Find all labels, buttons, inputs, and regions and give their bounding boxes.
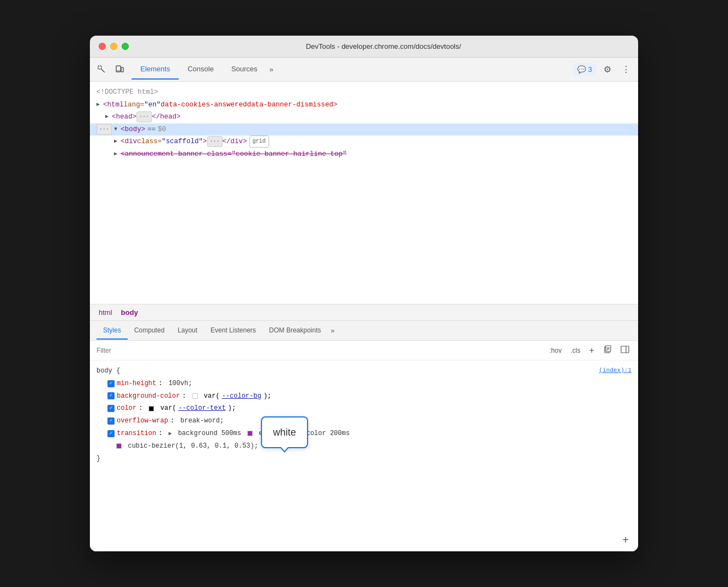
head-tag: <head>: [112, 111, 136, 123]
tab-layout[interactable]: Layout: [171, 322, 204, 340]
device-toggle-icon[interactable]: [112, 62, 127, 77]
announcement-triangle[interactable]: ▶: [114, 149, 121, 159]
colon-bg-color: :: [182, 390, 190, 403]
title-bar: DevTools - developer.chrome.com/docs/dev…: [90, 36, 638, 58]
head-dots[interactable]: ···: [136, 111, 152, 122]
body-dollar: $0: [158, 123, 166, 136]
add-rule-button[interactable]: +: [619, 534, 632, 546]
div-class-val: "scaffold": [162, 136, 203, 148]
minimize-button[interactable]: [110, 43, 117, 50]
body-ellipsis[interactable]: ···: [96, 124, 112, 135]
html-attr-lang: lang=: [124, 99, 145, 111]
link-color-text[interactable]: --color-text: [178, 402, 225, 415]
val-overflow-wrap: break-word;: [180, 415, 224, 427]
val-min-height: 100vh;: [168, 377, 192, 390]
hov-button[interactable]: :hov: [547, 346, 564, 355]
breadcrumb-body[interactable]: body: [119, 308, 140, 317]
filter-input[interactable]: [96, 347, 547, 354]
breadcrumb-html[interactable]: html: [96, 308, 115, 317]
badge-count: 3: [588, 65, 592, 74]
inspect-icon[interactable]: [94, 62, 110, 77]
body-equals: ==: [147, 123, 156, 136]
tab-dom-breakpoints[interactable]: DOM Breakpoints: [263, 322, 328, 340]
swatch-bezier[interactable]: [116, 443, 122, 449]
head-line[interactable]: ▶ <head> ··· </head>: [96, 111, 632, 123]
tab-computed[interactable]: Computed: [128, 322, 171, 340]
checkbox-min-height[interactable]: [107, 380, 115, 387]
body-triangle[interactable]: ▼: [114, 125, 121, 134]
tab-bar: Elements Console Sources »: [132, 59, 573, 80]
div-tag-open: <div: [121, 136, 137, 148]
checkbox-overflow-wrap[interactable]: [107, 417, 115, 425]
prop-color: color: [117, 402, 136, 415]
var-bg-color: var(: [200, 390, 220, 403]
div-class-attr: class=: [137, 136, 162, 148]
div-scaffold-line[interactable]: ▶ <div class="scaffold" > ··· </div> gri…: [96, 136, 632, 148]
notifications-badge[interactable]: 💬 3: [573, 63, 596, 76]
body-tag: <body>: [121, 123, 145, 136]
add-style-button[interactable]: +: [587, 345, 596, 357]
html-triangle[interactable]: ▶: [96, 100, 103, 110]
checkbox-transition[interactable]: [107, 430, 115, 437]
tab-console[interactable]: Console: [179, 59, 223, 80]
checkbox-color[interactable]: [107, 405, 115, 412]
styles-tab-more[interactable]: »: [328, 325, 338, 337]
css-transition-row: transition : ▶ background 500ms ease-in-…: [96, 427, 632, 440]
css-source-link[interactable]: (index):1: [599, 365, 632, 376]
tab-styles[interactable]: Styles: [96, 322, 128, 340]
val-transition-3: cubic-bezier(1, 0.63, 0.1, 0.53);: [124, 440, 258, 453]
styles-tabs-bar: Styles Computed Layout Event Listeners D…: [90, 321, 638, 341]
color-swatch-bg[interactable]: [192, 393, 198, 399]
css-transition-cont-row: cubic-bezier(1, 0.63, 0.1, 0.53);: [96, 440, 632, 453]
css-rules-area[interactable]: (index):1 body { min-height : 100vh; bac…: [90, 360, 638, 551]
tab-sources[interactable]: Sources: [223, 59, 266, 80]
announcement-line[interactable]: ▶ <announcement-banner class="cookie-ban…: [96, 148, 632, 161]
css-overflow-wrap-row: overflow-wrap : break-word;: [96, 415, 632, 427]
html-tag-open: <html: [103, 99, 124, 111]
tooltip-white-text: white: [261, 416, 308, 448]
tab-event-listeners[interactable]: Event Listeners: [204, 322, 263, 340]
head-triangle[interactable]: ▶: [105, 112, 112, 122]
css-close-brace-line: }: [96, 453, 632, 465]
settings-icon: ⚙: [604, 64, 611, 75]
more-options-button[interactable]: ⋮: [618, 62, 634, 77]
swatch-ease[interactable]: [247, 431, 253, 436]
colon-transition: :: [158, 427, 166, 440]
cls-button[interactable]: .cls: [568, 346, 583, 355]
color-swatch-text[interactable]: [149, 406, 154, 411]
css-close-brace: }: [96, 455, 100, 462]
div-triangle[interactable]: ▶: [114, 137, 121, 146]
toolbar-icon-group: [94, 62, 127, 77]
tab-more-icon[interactable]: »: [266, 61, 277, 78]
chat-icon: 💬: [577, 65, 586, 74]
tab-elements[interactable]: Elements: [132, 59, 179, 80]
svg-rect-2: [121, 67, 123, 72]
html-open-line[interactable]: ▶ <html lang="en" data-cookies-answered …: [96, 99, 632, 111]
dom-tree[interactable]: <!DOCTYPE html> ▶ <html lang="en" data-c…: [90, 82, 638, 304]
link-color-bg[interactable]: --color-bg: [222, 390, 261, 403]
html-attr-cookies: data-cookies-answered: [161, 99, 247, 111]
grid-badge[interactable]: grid: [249, 136, 269, 148]
more-icon: ⋮: [622, 64, 630, 75]
svg-rect-0: [98, 66, 101, 69]
window-title: DevTools - developer.chrome.com/docs/dev…: [138, 42, 629, 50]
prop-overflow-wrap: overflow-wrap: [117, 415, 168, 427]
checkbox-bg-color[interactable]: [107, 392, 115, 399]
close-button[interactable]: [99, 43, 106, 50]
announcement-tag: <announcement-banner class="cookie-banne…: [121, 148, 347, 161]
toggle-sidebar-button[interactable]: [618, 344, 632, 357]
copy-style-button[interactable]: [601, 344, 614, 357]
div-dots[interactable]: ···: [207, 136, 223, 147]
top-toolbar: Elements Console Sources » 💬 3 ⚙ ⋮: [90, 58, 638, 82]
prop-transition: transition: [117, 427, 156, 440]
transition-expand[interactable]: ▶: [168, 428, 172, 439]
body-selected-line[interactable]: ··· ▼ <body> == $0: [90, 123, 638, 136]
doctype-text: <!DOCTYPE html>: [96, 86, 158, 99]
colon-min-height: :: [158, 377, 166, 390]
settings-button[interactable]: ⚙: [600, 62, 615, 77]
div-close-tag: </div>: [223, 136, 247, 148]
maximize-button[interactable]: [122, 43, 129, 50]
toolbar-right: 💬 3 ⚙ ⋮: [573, 62, 634, 77]
colon-overflow-wrap: :: [170, 415, 178, 427]
html-attr-banner: data-banner-dismissed: [247, 99, 334, 111]
